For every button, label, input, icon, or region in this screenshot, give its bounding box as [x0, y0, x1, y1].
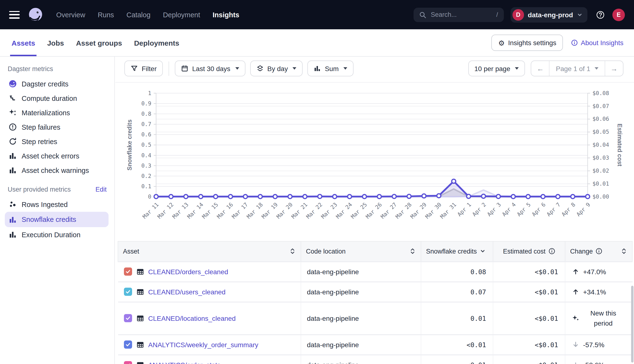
filter-button[interactable]: Filter [124, 60, 163, 76]
code-location: data-eng-pipeline [307, 288, 359, 296]
asset-link[interactable]: CLEANED/locations_cleaned [148, 314, 236, 322]
column-label: Code location [306, 248, 346, 255]
group-by-dropdown[interactable]: By day [250, 60, 303, 76]
next-page-button[interactable]: → [605, 61, 623, 76]
column-header-asset[interactable]: Asset [118, 241, 301, 262]
info-icon[interactable] [596, 248, 602, 255]
search-input[interactable] [430, 10, 492, 19]
row-checkbox[interactable] [124, 340, 132, 349]
steps-icon [9, 94, 17, 102]
column-header-estimated-cost[interactable]: Estimated cost [493, 241, 565, 262]
sidebar-item-step-failures[interactable]: Step failures [5, 120, 108, 134]
sidebar-item-label: Dagster credits [22, 80, 68, 88]
snowflake-credits-chart[interactable]: 00.10.20.30.40.50.60.70.80.91$0.00$0.01$… [115, 86, 634, 230]
info-icon[interactable] [548, 248, 555, 255]
svg-text:Snowflake credits: Snowflake credits [126, 119, 133, 170]
svg-text:Apr 7: Apr 7 [546, 202, 562, 218]
svg-text:0.4: 0.4 [141, 152, 151, 158]
svg-text:Mar 17: Mar 17 [230, 202, 249, 220]
insights-settings-button[interactable]: ⚙ Insights settings [492, 34, 563, 51]
sidebar-item-snowflake-credits[interactable]: Snowflake credits [5, 212, 108, 227]
tab-deployments[interactable]: Deployments [134, 29, 179, 56]
per-page-dropdown[interactable]: 10 per page [468, 60, 525, 76]
sort-icon[interactable] [409, 248, 416, 255]
edit-metrics-link[interactable]: Edit [95, 186, 107, 193]
sidebar-item-label: Asset check warnings [22, 166, 89, 174]
sidebar-item-asset-check-errors[interactable]: Asset check errors [5, 149, 108, 163]
nav-item-insights[interactable]: Insights [212, 11, 239, 18]
deployment-initial-badge: D [512, 9, 524, 20]
caret-down-icon [515, 67, 519, 70]
sidebar-item-execution-duration[interactable]: Execution Duration [5, 228, 108, 242]
code-location: data-eng-pipeline [307, 361, 359, 364]
tab-jobs[interactable]: Jobs [47, 29, 64, 56]
svg-text:$0.02: $0.02 [592, 168, 609, 174]
check-icon [125, 269, 130, 274]
tab-asset-groups[interactable]: Asset groups [76, 29, 122, 56]
row-checkbox[interactable] [124, 288, 132, 296]
asset-link[interactable]: ANALYTICS/order_stats [148, 361, 220, 364]
svg-text:0.8: 0.8 [141, 111, 151, 117]
hamburger-menu-icon[interactable] [9, 11, 20, 18]
sort-desc-icon[interactable] [480, 248, 486, 254]
row-checkbox[interactable] [124, 314, 132, 322]
nav-item-overview[interactable]: Overview [56, 11, 85, 18]
svg-text:Mar 19: Mar 19 [260, 202, 279, 220]
asset-link[interactable]: CLEANED/orders_cleaned [148, 268, 228, 276]
sidebar-item-materializations[interactable]: Materializations [5, 106, 108, 120]
asset-link[interactable]: ANALYTICS/weekly_order_summary [148, 341, 258, 348]
svg-text:0.5: 0.5 [141, 142, 151, 148]
row-checkbox[interactable] [124, 361, 132, 364]
bar-chart-icon [9, 152, 17, 160]
sidebar-item-asset-check-warnings[interactable]: Asset check warnings [5, 163, 108, 177]
dagster-logo[interactable] [28, 6, 44, 23]
sidebar-item-compute-duration[interactable]: Compute duration [5, 91, 108, 105]
aggregate-dropdown[interactable]: Sum [308, 60, 354, 76]
estimated-cost-value: <$0.01 [493, 282, 565, 302]
search-icon [419, 11, 426, 18]
check-icon [125, 362, 130, 364]
table-header-row: AssetCode locationSnowflake creditsEstim… [118, 241, 632, 262]
nav-item-runs[interactable]: Runs [98, 11, 114, 18]
svg-text:$0.00: $0.00 [592, 194, 609, 200]
vertical-scrollbar[interactable] [631, 286, 634, 362]
sidebar-item-rows-ingested[interactable]: Rows Ingested [5, 197, 108, 211]
global-search[interactable]: / [414, 8, 504, 22]
chart-toolbar: Filter Last 30 days By day Sum 10 per pa… [124, 60, 624, 76]
caret-down-icon [594, 67, 598, 70]
row-checkbox[interactable] [124, 268, 132, 276]
code-location: data-eng-pipeline [307, 341, 359, 348]
svg-text:$0.01: $0.01 [592, 180, 609, 187]
check-icon [125, 316, 130, 321]
svg-text:Mar 31: Mar 31 [439, 202, 458, 220]
nav-item-catalog[interactable]: Catalog [126, 11, 150, 18]
new-period-icon [572, 314, 579, 322]
help-icon[interactable] [596, 10, 605, 19]
sidebar-section-title: Dagster metrics [8, 65, 53, 72]
about-insights-link[interactable]: About Insights [571, 39, 624, 46]
sidebar-item-label: Rows Ingested [22, 200, 68, 208]
column-header-change[interactable]: Change [565, 241, 632, 262]
date-range-dropdown[interactable]: Last 30 days [175, 60, 245, 76]
svg-text:0.7: 0.7 [141, 121, 151, 127]
estimated-cost-value: <$0.01 [493, 355, 565, 364]
svg-text:0.3: 0.3 [141, 162, 151, 169]
svg-text:Mar 29: Mar 29 [409, 202, 428, 220]
sort-icon[interactable] [289, 248, 296, 255]
asset-link[interactable]: CLEANED/users_cleaned [148, 288, 226, 296]
prev-page-button[interactable]: ← [532, 61, 549, 76]
sidebar-item-label: Compute duration [22, 94, 77, 102]
user-avatar[interactable]: E [612, 8, 625, 21]
page-indicator-dropdown[interactable]: Page 1 of 1 [549, 61, 605, 76]
tab-assets[interactable]: Assets [12, 29, 35, 56]
sidebar-item-dagster-credits[interactable]: Dagster credits [5, 77, 108, 91]
nav-item-deployment[interactable]: Deployment [163, 11, 200, 18]
sort-icon[interactable] [620, 248, 627, 255]
column-header-code-location[interactable]: Code location [301, 241, 421, 262]
column-header-snowflake-credits[interactable]: Snowflake credits [421, 241, 493, 262]
check-icon [125, 289, 130, 294]
sidebar-item-step-retries[interactable]: Step retries [5, 134, 108, 148]
svg-text:Mar 18: Mar 18 [246, 202, 264, 220]
deployment-switcher[interactable]: D data-eng-prod [510, 7, 588, 22]
svg-text:Mar 23: Mar 23 [320, 202, 338, 220]
